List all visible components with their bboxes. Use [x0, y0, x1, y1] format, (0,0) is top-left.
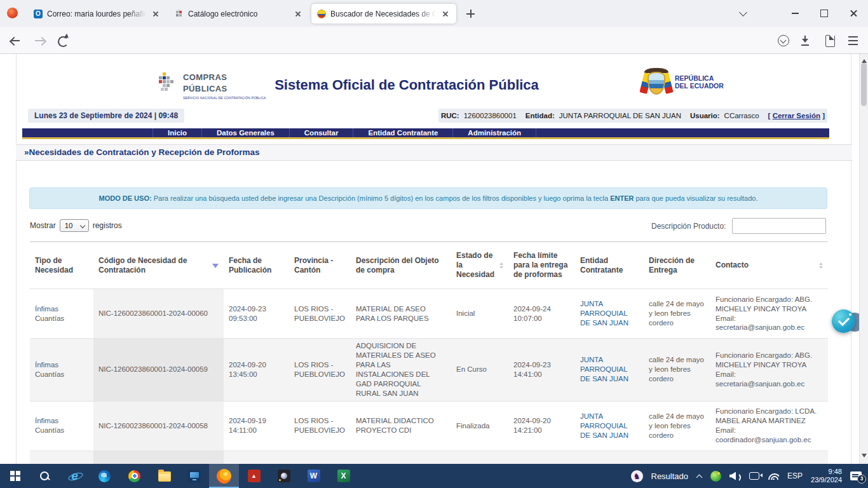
cell-estado: Finalizada — [451, 401, 508, 451]
close-tab-icon[interactable] — [440, 9, 451, 19]
cell-codigo: NIC-1260023860001-2024-00060 — [93, 289, 224, 339]
close-tab-icon[interactable] — [151, 9, 161, 19]
table-row: Ínfimas CuantíasNIC-1260023860001-2024-0… — [30, 339, 828, 402]
product-description-input[interactable] — [732, 218, 826, 234]
records-label: registros — [93, 221, 122, 230]
taskbar-apps — [0, 464, 358, 488]
ruc-value: 1260023860001 — [464, 112, 517, 119]
internet-explorer-taskbar-button[interactable] — [60, 464, 90, 488]
clock[interactable]: 9:48 23/9/2024 — [811, 468, 842, 484]
scrollbar[interactable] — [859, 54, 868, 464]
word-taskbar-button[interactable] — [299, 464, 329, 488]
tab-list-chevron-icon[interactable] — [728, 0, 757, 27]
col-fecha_limite[interactable]: Fecha límite para la entrega de proforma… — [508, 242, 575, 289]
tray-app-label[interactable]: Resultado — [651, 471, 689, 481]
scroll-up-icon[interactable] — [862, 57, 867, 63]
col-fecha_pub[interactable]: Fecha de Publicación — [224, 242, 289, 289]
assistant-bubble[interactable] — [832, 309, 855, 333]
firefox-taskbar-button[interactable] — [209, 464, 239, 488]
edge-taskbar-button[interactable] — [90, 464, 119, 488]
save-page-icon[interactable] — [820, 30, 841, 51]
internet-explorer-icon — [69, 470, 81, 482]
user-label: Usuario: — [690, 112, 720, 119]
speaker-icon[interactable] — [729, 472, 741, 480]
notification-badge: 3 — [857, 475, 866, 484]
back-button[interactable] — [5, 30, 25, 51]
minimize-button[interactable] — [780, 0, 810, 27]
scroll-down-icon[interactable] — [862, 454, 867, 460]
cell-estado: En Curso — [451, 339, 508, 402]
logout-link[interactable]: [ Cerrar Sesión ] — [768, 112, 825, 119]
downloads-icon[interactable] — [797, 30, 817, 51]
cell-codigo — [93, 451, 224, 464]
cell-fecha_pub — [224, 451, 289, 464]
tab-correo[interactable]: Correo: maria lourdes peñafiel p — [28, 4, 166, 24]
cell-entidad: JUNTA PARROQUIAL DE SAN JUAN — [575, 289, 644, 339]
windows-start-taskbar-button[interactable] — [0, 464, 30, 488]
tab-bar: Correo: maria lourdes peñafiel p Catálog… — [0, 0, 868, 27]
language-indicator[interactable]: ESP — [787, 471, 803, 480]
acrobat-taskbar-button[interactable] — [239, 464, 269, 488]
windows-start-icon — [10, 471, 20, 481]
file-explorer-taskbar-button[interactable] — [149, 464, 179, 488]
cell-direccion: calle 24 de — [644, 451, 710, 464]
tab-title: Catálogo electrónico — [188, 10, 288, 18]
taskbar-search-icon — [39, 471, 50, 482]
cell-contacto: Funcionario Encargado: ABG. MICHELLY PIN… — [710, 339, 828, 402]
cell-fecha_pub: 2024-09-23 09:53:00 — [224, 289, 289, 339]
tab-buscador-active[interactable]: Buscador de Necesidades de Co — [311, 4, 456, 24]
cell-contacto — [710, 451, 828, 464]
scrollbar-thumb[interactable] — [861, 63, 867, 106]
chevron-up-icon[interactable] — [696, 473, 702, 479]
forward-button[interactable] — [29, 30, 50, 51]
close-window-button[interactable] — [839, 0, 868, 27]
col-tipo[interactable]: Tipo de Necesidad — [30, 242, 93, 289]
antivirus-icon[interactable] — [710, 471, 721, 482]
cell-provincia: LOS RIOS - PUEBLOVIEJO — [289, 339, 351, 402]
entidad-link[interactable]: JUNTA PARROQUIAL DE SAN JUAN — [580, 412, 628, 439]
nav-item[interactable]: Consultar — [289, 128, 353, 137]
notifications-icon[interactable]: 3 — [850, 471, 862, 480]
nav-item[interactable]: Inicio — [153, 128, 201, 137]
excel-taskbar-button[interactable] — [329, 464, 358, 488]
chrome-taskbar-button[interactable] — [119, 464, 149, 488]
sort-desc-icon — [212, 264, 219, 271]
maximize-button[interactable] — [810, 0, 839, 27]
entidad-link[interactable]: JUNTA PARROQUIAL DE SAN JUAN — [580, 300, 628, 327]
monitor-app-icon — [188, 470, 201, 482]
col-direccion[interactable]: Dirección de Entrega — [644, 242, 710, 289]
nav-item[interactable]: Administración — [452, 128, 536, 137]
nav-item[interactable]: Datos Generales — [201, 128, 289, 137]
col-estado[interactable]: Estado de la Necesidad — [451, 242, 508, 289]
table-row: Ínfimas CuantíasNIC-1260023860001-2024-0… — [30, 401, 828, 451]
meet-now-icon[interactable] — [749, 472, 759, 480]
camera-app-taskbar-button[interactable] — [269, 464, 299, 488]
col-contacto[interactable]: Contacto — [710, 242, 828, 289]
close-tab-icon[interactable] — [293, 9, 303, 19]
taskbar-search-taskbar-button[interactable] — [30, 464, 60, 488]
entidad-link[interactable]: JUNTA PARROQUIAL DE SAN JUAN — [580, 356, 628, 383]
col-entidad[interactable]: Entidad Contratante — [575, 242, 644, 289]
premier-league-icon[interactable] — [631, 470, 643, 482]
tab-catalogo[interactable]: Catálogo electrónico — [169, 4, 309, 24]
new-tab-button[interactable] — [465, 8, 477, 20]
wifi-icon[interactable] — [768, 472, 779, 480]
per-page-select[interactable]: 10 — [60, 219, 89, 232]
pocket-icon[interactable] — [773, 30, 794, 51]
reload-button[interactable] — [52, 30, 72, 51]
menu-hamburger-icon[interactable] — [843, 30, 864, 51]
col-codigo[interactable]: Código de Necesidad de Contratación — [93, 242, 224, 289]
page-heading: »Necesidades de Contratación y Recepción… — [16, 144, 852, 161]
cell-direccion: calle 24 de mayo y leon febres cordero — [644, 401, 710, 451]
table-row: MATERIAL DIDACTICO PARA LA SEDE ADULTOca… — [30, 451, 828, 464]
outlook-icon — [34, 10, 43, 18]
republic-label: REPÚBLICADEL ECUADOR — [675, 74, 724, 90]
col-descripcion[interactable]: Descripción del Objeto de compra — [351, 242, 451, 289]
monitor-app-taskbar-button[interactable] — [179, 464, 209, 488]
cell-fecha_limite: 2024-09-20 14:21:00 — [508, 401, 575, 451]
nav-item[interactable]: Entidad Contratante — [353, 128, 452, 137]
cell-descripcion: ADQUISICION DE MATERIALES DE ASEO PARA L… — [351, 339, 451, 402]
cell-tipo — [30, 451, 93, 464]
cell-fecha_limite — [508, 451, 575, 464]
col-provincia[interactable]: Provincia - Cantón — [289, 242, 351, 289]
